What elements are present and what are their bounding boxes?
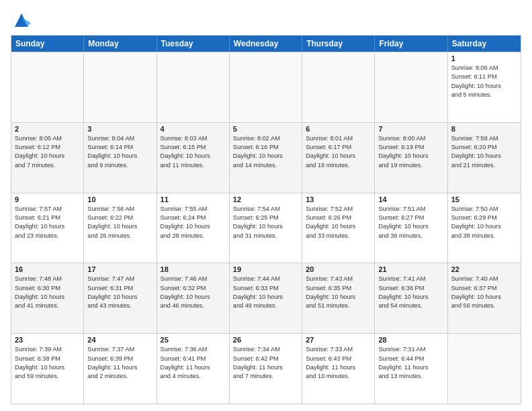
day-number: 9 bbox=[15, 195, 80, 203]
day-number: 24 bbox=[87, 336, 152, 344]
day-cell-1: 1Sunrise: 8:06 AM Sunset: 6:11 PM Daylig… bbox=[448, 52, 521, 122]
day-cell-22: 22Sunrise: 7:40 AM Sunset: 6:37 PM Dayli… bbox=[448, 263, 521, 333]
day-number: 17 bbox=[87, 265, 152, 273]
day-cell-17: 17Sunrise: 7:47 AM Sunset: 6:31 PM Dayli… bbox=[84, 263, 157, 333]
day-cell-11: 11Sunrise: 7:55 AM Sunset: 6:24 PM Dayli… bbox=[157, 193, 230, 263]
day-cell-14: 14Sunrise: 7:51 AM Sunset: 6:27 PM Dayli… bbox=[375, 193, 447, 263]
empty-cell bbox=[302, 52, 375, 122]
empty-cell bbox=[11, 52, 84, 122]
day-number: 4 bbox=[161, 125, 226, 133]
day-cell-9: 9Sunrise: 7:57 AM Sunset: 6:21 PM Daylig… bbox=[11, 193, 84, 263]
day-number: 16 bbox=[15, 265, 80, 273]
day-number: 25 bbox=[161, 336, 226, 344]
cell-info: Sunrise: 7:40 AM Sunset: 6:37 PM Dayligh… bbox=[451, 275, 517, 310]
cell-info: Sunrise: 8:01 AM Sunset: 6:17 PM Dayligh… bbox=[306, 134, 371, 170]
logo bbox=[11, 11, 31, 30]
day-number: 1 bbox=[451, 54, 517, 62]
day-number: 7 bbox=[378, 125, 443, 133]
day-number: 5 bbox=[233, 125, 298, 133]
day-number: 3 bbox=[87, 125, 152, 133]
calendar-body: 1Sunrise: 8:06 AM Sunset: 6:11 PM Daylig… bbox=[11, 52, 521, 404]
empty-cell bbox=[84, 52, 157, 122]
cell-info: Sunrise: 7:43 AM Sunset: 6:35 PM Dayligh… bbox=[306, 275, 371, 310]
cell-info: Sunrise: 8:02 AM Sunset: 6:16 PM Dayligh… bbox=[233, 134, 298, 170]
header bbox=[11, 11, 521, 30]
cell-info: Sunrise: 8:03 AM Sunset: 6:15 PM Dayligh… bbox=[161, 134, 226, 170]
empty-cell bbox=[230, 52, 302, 122]
cell-info: Sunrise: 8:04 AM Sunset: 6:14 PM Dayligh… bbox=[87, 134, 152, 170]
day-number: 23 bbox=[15, 336, 80, 344]
day-number: 27 bbox=[306, 336, 371, 344]
cell-info: Sunrise: 7:51 AM Sunset: 6:27 PM Dayligh… bbox=[378, 205, 443, 240]
cell-info: Sunrise: 7:50 AM Sunset: 6:29 PM Dayligh… bbox=[451, 205, 517, 240]
day-number: 13 bbox=[306, 195, 371, 203]
week-row-0: 1Sunrise: 8:06 AM Sunset: 6:11 PM Daylig… bbox=[11, 52, 521, 122]
week-row-1: 2Sunrise: 8:05 AM Sunset: 6:12 PM Daylig… bbox=[11, 122, 521, 193]
day-number: 8 bbox=[451, 125, 517, 133]
empty-cell bbox=[157, 52, 230, 122]
page: SundayMondayTuesdayWednesdayThursdayFrid… bbox=[0, 0, 532, 411]
day-cell-2: 2Sunrise: 8:05 AM Sunset: 6:12 PM Daylig… bbox=[11, 123, 84, 193]
day-cell-28: 28Sunrise: 7:31 AM Sunset: 6:44 PM Dayli… bbox=[375, 334, 447, 404]
day-number: 10 bbox=[87, 195, 152, 203]
day-cell-15: 15Sunrise: 7:50 AM Sunset: 6:29 PM Dayli… bbox=[448, 193, 521, 263]
cell-info: Sunrise: 7:56 AM Sunset: 6:22 PM Dayligh… bbox=[87, 205, 152, 240]
day-cell-27: 27Sunrise: 7:33 AM Sunset: 6:43 PM Dayli… bbox=[302, 334, 375, 404]
col-header-sunday: Sunday bbox=[11, 36, 84, 52]
day-cell-21: 21Sunrise: 7:41 AM Sunset: 6:36 PM Dayli… bbox=[375, 263, 447, 333]
cell-info: Sunrise: 7:54 AM Sunset: 6:25 PM Dayligh… bbox=[233, 205, 298, 240]
day-number: 18 bbox=[161, 265, 226, 273]
logo-icon bbox=[12, 11, 31, 30]
empty-cell bbox=[375, 52, 447, 122]
col-header-friday: Friday bbox=[375, 36, 447, 52]
cell-info: Sunrise: 7:36 AM Sunset: 6:41 PM Dayligh… bbox=[161, 345, 226, 381]
cell-info: Sunrise: 8:06 AM Sunset: 6:11 PM Dayligh… bbox=[451, 64, 517, 99]
cell-info: Sunrise: 7:55 AM Sunset: 6:24 PM Dayligh… bbox=[161, 205, 226, 240]
cell-info: Sunrise: 7:39 AM Sunset: 6:38 PM Dayligh… bbox=[15, 345, 80, 381]
col-header-thursday: Thursday bbox=[302, 36, 375, 52]
day-cell-23: 23Sunrise: 7:39 AM Sunset: 6:38 PM Dayli… bbox=[11, 334, 84, 404]
cell-info: Sunrise: 7:44 AM Sunset: 6:33 PM Dayligh… bbox=[233, 275, 298, 310]
day-cell-12: 12Sunrise: 7:54 AM Sunset: 6:25 PM Dayli… bbox=[230, 193, 302, 263]
day-cell-5: 5Sunrise: 8:02 AM Sunset: 6:16 PM Daylig… bbox=[230, 123, 302, 193]
day-cell-24: 24Sunrise: 7:37 AM Sunset: 6:39 PM Dayli… bbox=[84, 334, 157, 404]
day-number: 28 bbox=[378, 336, 443, 344]
calendar: SundayMondayTuesdayWednesdayThursdayFrid… bbox=[11, 35, 521, 404]
day-number: 19 bbox=[233, 265, 298, 273]
col-header-saturday: Saturday bbox=[448, 36, 521, 52]
day-number: 14 bbox=[378, 195, 443, 203]
day-cell-8: 8Sunrise: 7:58 AM Sunset: 6:20 PM Daylig… bbox=[448, 123, 521, 193]
day-number: 12 bbox=[233, 195, 298, 203]
day-cell-13: 13Sunrise: 7:52 AM Sunset: 6:26 PM Dayli… bbox=[302, 193, 375, 263]
cell-info: Sunrise: 8:00 AM Sunset: 6:19 PM Dayligh… bbox=[378, 134, 443, 170]
empty-cell bbox=[448, 334, 521, 404]
day-cell-18: 18Sunrise: 7:46 AM Sunset: 6:32 PM Dayli… bbox=[157, 263, 230, 333]
cell-info: Sunrise: 7:31 AM Sunset: 6:44 PM Dayligh… bbox=[378, 345, 443, 381]
cell-info: Sunrise: 7:58 AM Sunset: 6:20 PM Dayligh… bbox=[451, 134, 517, 170]
day-cell-3: 3Sunrise: 8:04 AM Sunset: 6:14 PM Daylig… bbox=[84, 123, 157, 193]
day-cell-7: 7Sunrise: 8:00 AM Sunset: 6:19 PM Daylig… bbox=[375, 123, 447, 193]
day-number: 20 bbox=[306, 265, 371, 273]
week-row-4: 23Sunrise: 7:39 AM Sunset: 6:38 PM Dayli… bbox=[11, 333, 521, 404]
day-cell-19: 19Sunrise: 7:44 AM Sunset: 6:33 PM Dayli… bbox=[230, 263, 302, 333]
cell-info: Sunrise: 7:52 AM Sunset: 6:26 PM Dayligh… bbox=[306, 205, 371, 240]
cell-info: Sunrise: 7:57 AM Sunset: 6:21 PM Dayligh… bbox=[15, 205, 80, 240]
cell-info: Sunrise: 7:48 AM Sunset: 6:30 PM Dayligh… bbox=[15, 275, 80, 310]
cell-info: Sunrise: 7:37 AM Sunset: 6:39 PM Dayligh… bbox=[87, 345, 152, 381]
day-number: 6 bbox=[306, 125, 371, 133]
cell-info: Sunrise: 8:05 AM Sunset: 6:12 PM Dayligh… bbox=[15, 134, 80, 170]
day-cell-25: 25Sunrise: 7:36 AM Sunset: 6:41 PM Dayli… bbox=[157, 334, 230, 404]
day-cell-6: 6Sunrise: 8:01 AM Sunset: 6:17 PM Daylig… bbox=[302, 123, 375, 193]
cell-info: Sunrise: 7:33 AM Sunset: 6:43 PM Dayligh… bbox=[306, 345, 371, 381]
day-number: 26 bbox=[233, 336, 298, 344]
day-cell-10: 10Sunrise: 7:56 AM Sunset: 6:22 PM Dayli… bbox=[84, 193, 157, 263]
day-cell-20: 20Sunrise: 7:43 AM Sunset: 6:35 PM Dayli… bbox=[302, 263, 375, 333]
day-number: 15 bbox=[451, 195, 517, 203]
cell-info: Sunrise: 7:46 AM Sunset: 6:32 PM Dayligh… bbox=[161, 275, 226, 310]
week-row-2: 9Sunrise: 7:57 AM Sunset: 6:21 PM Daylig… bbox=[11, 193, 521, 263]
col-header-wednesday: Wednesday bbox=[230, 36, 302, 52]
day-cell-16: 16Sunrise: 7:48 AM Sunset: 6:30 PM Dayli… bbox=[11, 263, 84, 333]
calendar-header-row: SundayMondayTuesdayWednesdayThursdayFrid… bbox=[11, 36, 521, 52]
cell-info: Sunrise: 7:34 AM Sunset: 6:42 PM Dayligh… bbox=[233, 345, 298, 381]
day-number: 22 bbox=[451, 265, 517, 273]
